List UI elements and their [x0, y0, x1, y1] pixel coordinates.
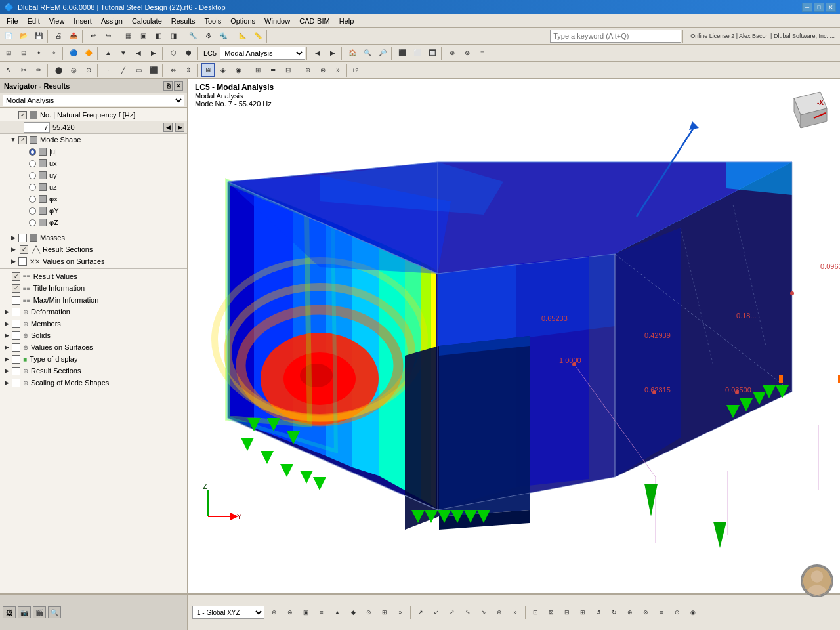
tb2-btn-12[interactable]: ⬢ — [181, 46, 196, 60]
tree-members[interactable]: ▶ ⊕ Members — [0, 318, 187, 329]
tb-btn-9[interactable]: 📏 — [251, 29, 265, 43]
mem-check[interactable] — [12, 320, 20, 328]
search-input[interactable] — [550, 30, 681, 43]
tb3-btn-2[interactable]: ✂ — [16, 63, 31, 77]
menu-edit[interactable]: Edit — [24, 16, 44, 26]
tb3-misc-3[interactable]: ⊟ — [281, 63, 295, 77]
tb2-display-3[interactable]: 🔲 — [425, 46, 440, 60]
tb-btn-8[interactable]: 📐 — [236, 29, 250, 43]
tb3-misc-1[interactable]: ⊞ — [251, 63, 265, 77]
tree-result-sections-2[interactable]: ▶ ⊕ Result Sections — [0, 365, 187, 377]
view-btn-6[interactable]: ↻ — [607, 605, 621, 620]
export-button[interactable]: 📤 — [66, 29, 81, 43]
tb2-btn-5[interactable]: 🔵 — [66, 46, 81, 60]
snap-btn-2[interactable]: ↙ — [429, 605, 444, 620]
snap-btn-7[interactable]: » — [508, 605, 522, 620]
menu-cad-bim[interactable]: CAD-BIM — [295, 16, 333, 26]
tree-solids[interactable]: ▶ ⊕ Solids — [0, 329, 187, 341]
tb2-btn-3[interactable]: ✦ — [32, 46, 46, 60]
tb2-btn-6[interactable]: 🔶 — [81, 46, 96, 60]
menu-calculate[interactable]: Calculate — [128, 16, 166, 26]
bt-btn-7[interactable]: ⊙ — [362, 605, 376, 620]
view-btn-4[interactable]: ⊞ — [576, 605, 590, 620]
view-btn-8[interactable]: ⊗ — [639, 605, 653, 620]
tree-item-px[interactable]: φx — [0, 193, 187, 205]
snap-btn-5[interactable]: ∿ — [476, 605, 491, 620]
tb-btn-7[interactable]: 🔩 — [216, 29, 230, 43]
tb-btn-3[interactable]: ◧ — [151, 29, 165, 43]
py-radio[interactable] — [29, 207, 36, 215]
minimize-button[interactable]: ─ — [802, 3, 812, 12]
tree-item-ux[interactable]: ux — [0, 158, 187, 169]
nav-bottom-btn-3[interactable]: 🎬 — [33, 606, 46, 618]
view-btn-10[interactable]: ⊙ — [670, 605, 684, 620]
tb2-btn-8[interactable]: ▼ — [116, 46, 131, 60]
px-radio[interactable] — [29, 196, 36, 203]
title-bar-controls[interactable]: ─ □ ✕ — [802, 3, 836, 12]
tree-title-information[interactable]: ≡≡ Title Information — [0, 282, 187, 294]
tb3-line[interactable]: ╱ — [116, 63, 131, 77]
tb3-surface[interactable]: ▭ — [131, 63, 146, 77]
values-surfaces-check[interactable] — [18, 257, 27, 266]
nav-analysis-combo[interactable]: Modal Analysis — [3, 94, 184, 106]
print-button[interactable]: 🖨 — [51, 29, 66, 43]
tree-values-surfaces[interactable]: ▶ ✕✕ Values on Surfaces — [0, 255, 187, 267]
tb3-btn-6[interactable]: ⊙ — [81, 63, 96, 77]
snap-btn-3[interactable]: ⤢ — [445, 605, 459, 620]
tree-values-on-surfaces-2[interactable]: ▶ ⊕ Values on Surfaces — [0, 341, 187, 353]
tb-btn-5[interactable]: 🔧 — [186, 29, 200, 43]
vos-check[interactable] — [12, 343, 20, 352]
snap-btn-1[interactable]: ↗ — [413, 605, 428, 620]
freq-next-btn[interactable]: ▶ — [175, 123, 184, 132]
nav-header-controls[interactable]: ⎘ ✕ — [163, 81, 183, 91]
bt-btn-5[interactable]: ▲ — [330, 605, 345, 620]
result-sections-1-check[interactable] — [20, 245, 28, 254]
menu-help[interactable]: Help — [335, 16, 358, 26]
tree-result-values[interactable]: ≡≡ Result Values — [0, 270, 187, 282]
rv-check[interactable] — [12, 272, 20, 281]
bt-btn-9[interactable]: » — [393, 605, 408, 620]
mode-number-input[interactable] — [24, 122, 50, 133]
freq-prev-btn[interactable]: ◀ — [163, 123, 173, 132]
def-check[interactable] — [12, 308, 20, 316]
tree-item-pz[interactable]: φZ — [0, 217, 187, 228]
snap-btn-4[interactable]: ⤡ — [461, 605, 475, 620]
tree-item-u-abs[interactable]: |u| — [0, 146, 187, 158]
tb2-btn-4[interactable]: ✧ — [47, 46, 61, 60]
bt-btn-2[interactable]: ⊗ — [283, 605, 297, 620]
save-button[interactable]: 💾 — [32, 29, 46, 43]
tb2-more-1[interactable]: ⊕ — [445, 46, 459, 60]
nav-float-button[interactable]: ⎘ — [163, 81, 173, 91]
tb2-btn-7[interactable]: ▲ — [101, 46, 116, 60]
tb2-more-2[interactable]: ⊗ — [460, 46, 474, 60]
menu-options[interactable]: Options — [226, 16, 259, 26]
close-button[interactable]: ✕ — [826, 3, 836, 12]
tree-mode-shape[interactable]: ▼ Mode Shape — [0, 134, 187, 146]
tb2-display-1[interactable]: ⬛ — [395, 46, 410, 60]
tree-item-py[interactable]: φY — [0, 205, 187, 217]
redo-button[interactable]: ↪ — [101, 29, 116, 43]
tb3-btn-3[interactable]: ✏ — [32, 63, 46, 77]
tb3-btn-4[interactable]: ⬤ — [51, 63, 66, 77]
tb2-btn-11[interactable]: ⬡ — [166, 46, 180, 60]
menu-view[interactable]: View — [45, 16, 69, 26]
uz-radio[interactable] — [29, 184, 36, 191]
maximize-button[interactable]: □ — [814, 3, 824, 12]
tb3-btn-5[interactable]: ◎ — [66, 63, 81, 77]
tree-scaling-mode-shapes[interactable]: ▶ ⊕ Scaling of Mode Shapes — [0, 377, 187, 388]
tree-maxmin-info[interactable]: ≡≡ Max/Min Information — [0, 294, 187, 306]
tod-check[interactable] — [12, 355, 20, 364]
bt-btn-1[interactable]: ⊕ — [267, 605, 282, 620]
bt-btn-8[interactable]: ⊞ — [377, 605, 392, 620]
sol-check[interactable] — [12, 331, 20, 340]
tb2-view-3[interactable]: 🔎 — [375, 46, 390, 60]
bt-btn-6[interactable]: ◆ — [346, 605, 360, 620]
modal-analysis-combo[interactable]: Modal Analysis — [220, 47, 305, 60]
frequency-check[interactable] — [18, 111, 27, 119]
tb3-misc-2[interactable]: ≣ — [266, 63, 280, 77]
bt-btn-4[interactable]: ≡ — [314, 605, 329, 620]
tb3-snap-2[interactable]: ⊗ — [316, 63, 330, 77]
tb-btn-4[interactable]: ◨ — [166, 29, 180, 43]
tree-result-sections-1[interactable]: ▶ ╱╲ Result Sections — [0, 243, 187, 255]
pz-radio[interactable] — [29, 219, 36, 226]
